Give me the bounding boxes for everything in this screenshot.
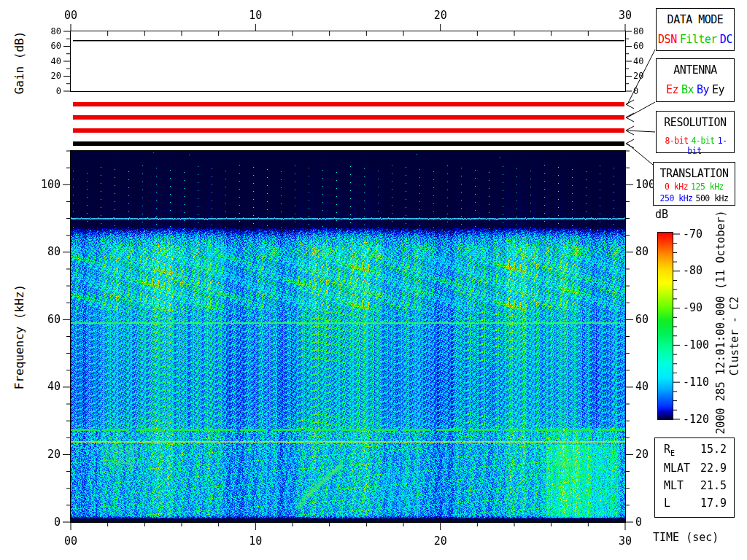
- bottom-time-tick-label: 00: [64, 534, 77, 548]
- resolution-box: RESOLUTION8-bit4-bit1-bit: [656, 111, 735, 153]
- axis-tick: [627, 50, 655, 104]
- ephemeris-value: 15.2: [700, 443, 727, 457]
- ephemeris-box: RE15.2MLAT22.9MLT21.5L17.9: [654, 438, 735, 518]
- top-time-tick-label: 30: [619, 9, 632, 22]
- gain-tick-label: 80: [51, 26, 61, 36]
- axis-tick: [626, 126, 634, 131]
- frequency-axis-label: Frequency (kHz): [12, 284, 26, 390]
- gain-tick-label: 60: [51, 41, 61, 51]
- ephemeris-value: 17.9: [700, 497, 727, 510]
- antenna-bar: [73, 115, 624, 120]
- ephemeris-value: 22.9: [700, 462, 727, 475]
- antenna-option: Bx: [681, 83, 694, 96]
- data-mode-title: DATA MODE: [657, 13, 734, 26]
- colorbar-tick-label: -100: [683, 338, 709, 351]
- axis-tick: [627, 131, 655, 132]
- data-mode-box: DATA MODEDSNFilterDC: [656, 8, 735, 51]
- axis-tick: [626, 117, 634, 122]
- freq-tick-label: 100: [41, 178, 61, 191]
- gain-tick-label: 0: [633, 86, 638, 96]
- translation-bar: [73, 141, 624, 146]
- freq-tick-label: 80: [47, 245, 61, 258]
- data-mode-option: Filter: [680, 33, 717, 46]
- antenna-title: ANTENNA: [657, 63, 734, 77]
- gain-tick-label: 0: [56, 86, 61, 96]
- freq-tick-label: 0: [54, 516, 61, 529]
- colorbar-tick-label: -70: [683, 228, 703, 241]
- antenna-option: Ez: [666, 83, 678, 96]
- translation-option: 0 kHz: [665, 182, 688, 192]
- colorbar-title: dB: [655, 208, 668, 221]
- wbd-spectrogram-display: Gain (dB) Frequency (kHz) 00102030002020…: [0, 0, 747, 560]
- ephemeris-label: RE: [664, 443, 675, 457]
- axis-tick: [626, 131, 634, 135]
- freq-tick-label: 0: [635, 516, 642, 529]
- gain-tick-label: 60: [633, 41, 643, 51]
- bottom-time-tick-label: 30: [619, 534, 632, 548]
- ephemeris-row: MLAT22.9: [655, 462, 734, 475]
- axis-tick: [626, 104, 634, 109]
- translation-option: 125 kHz: [691, 182, 724, 192]
- ephemeris-row: MLT21.5: [655, 479, 734, 492]
- colorbar-tick-label: -110: [683, 376, 709, 389]
- spacecraft-annotation: Cluster - C2: [728, 297, 741, 376]
- resolution-title: RESOLUTION: [657, 116, 734, 129]
- axis-tick: [626, 139, 634, 144]
- gain-tick-label: 80: [633, 26, 643, 36]
- colorbar-tick-label: -80: [683, 264, 703, 277]
- gain-axis-label: Gain (dB): [12, 31, 26, 95]
- bottom-time-tick-label: 10: [249, 534, 262, 548]
- gain-tick-label: 40: [51, 56, 61, 66]
- data-mode-option: DSN: [658, 33, 677, 46]
- resolution-bar: [73, 128, 624, 133]
- axis-tick: [627, 144, 653, 165]
- gain-tick-label: 40: [633, 56, 643, 66]
- top-time-tick-label: 00: [64, 9, 77, 22]
- axis-tick: [626, 113, 634, 117]
- translation-box: TRANSLATION0 kHz125 kHz250 kHz500 kHz: [653, 162, 735, 206]
- ephemeris-label: MLAT: [664, 462, 690, 475]
- gain-tick-label: 20: [633, 71, 643, 81]
- translation-option: 250 kHz: [660, 193, 693, 203]
- data-mode-option: DC: [720, 33, 732, 46]
- axis-tick: [626, 144, 634, 148]
- resolution-option: 8-bit: [665, 136, 688, 146]
- datetime-annotation: 2000 285 12:01:00.000 (11 October): [714, 210, 727, 434]
- ephemeris-row: L17.9: [655, 497, 734, 510]
- spectrogram-canvas: [71, 151, 625, 522]
- freq-tick-label: 80: [635, 245, 649, 258]
- ephemeris-label: MLT: [664, 479, 684, 492]
- time-axis-label: TIME (sec): [653, 531, 719, 544]
- ephemeris-row: RE15.2: [655, 443, 734, 457]
- colorbar-tick-label: -120: [683, 413, 709, 426]
- translation-option: 500 kHz: [696, 193, 729, 203]
- antenna-option: Ey: [712, 83, 724, 96]
- bottom-time-tick-label: 20: [434, 534, 447, 548]
- freq-tick-label: 60: [47, 313, 61, 326]
- colorbar-tick-label: -90: [683, 301, 703, 314]
- freq-tick-label: 40: [635, 380, 649, 393]
- colorbar: [657, 232, 673, 420]
- freq-tick-label: 40: [47, 380, 61, 393]
- top-time-tick-label: 10: [249, 9, 262, 22]
- top-time-tick-label: 20: [434, 9, 447, 22]
- plot-frame: [71, 31, 626, 92]
- gain-tick-label: 20: [51, 71, 61, 81]
- freq-tick-label: 60: [635, 313, 649, 326]
- data-mode-bar: [73, 102, 624, 106]
- antenna-option: By: [697, 83, 709, 96]
- axis-tick: [627, 102, 655, 117]
- ephemeris-label: L: [664, 497, 670, 510]
- ephemeris-value: 21.5: [700, 479, 727, 492]
- antenna-box: ANTENNAEzBxByEy: [656, 58, 735, 102]
- freq-tick-label: 20: [47, 448, 61, 461]
- translation-title: TRANSLATION: [654, 167, 735, 180]
- freq-tick-label: 20: [635, 448, 649, 461]
- resolution-option: 4-bit: [692, 136, 715, 146]
- axis-tick: [626, 100, 634, 104]
